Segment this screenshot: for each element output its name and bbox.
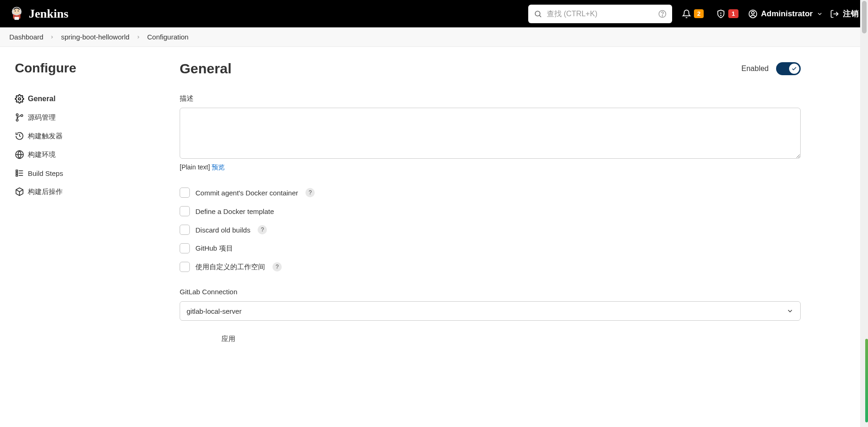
sidebar-item-environment[interactable]: 构建环境 xyxy=(15,145,180,164)
globe-icon xyxy=(15,150,24,159)
checkbox-label: 使用自定义的工作空间 xyxy=(195,263,265,272)
svg-point-12 xyxy=(751,11,754,14)
scrollbar-accent xyxy=(865,339,868,357)
preview-link[interactable]: 预览 xyxy=(212,163,225,171)
breadcrumb: Dashboard spring-boot-helloworld Configu… xyxy=(0,27,868,47)
svg-point-3 xyxy=(18,10,19,11)
clock-icon xyxy=(15,131,24,141)
user-icon xyxy=(748,9,758,19)
cube-icon xyxy=(15,187,24,196)
search-icon xyxy=(534,10,542,18)
checkbox-label: Define a Docker template xyxy=(195,207,274,215)
chevron-down-icon xyxy=(816,11,823,17)
bell-icon xyxy=(682,9,691,19)
gear-icon xyxy=(15,94,24,104)
svg-rect-20 xyxy=(16,170,18,171)
jenkins-logo-icon xyxy=(9,6,24,22)
shield-icon xyxy=(716,9,725,19)
gitlab-connection-select[interactable]: gitlab-local-server xyxy=(180,301,801,321)
top-header: Jenkins 2 1 Administrator 注销 xyxy=(0,0,868,27)
checkbox-custom-workspace[interactable] xyxy=(180,262,190,272)
help-icon[interactable] xyxy=(658,10,667,18)
svg-point-15 xyxy=(16,114,18,116)
search-box[interactable] xyxy=(528,5,672,23)
sidebar-item-general[interactable]: General xyxy=(15,90,180,108)
checkbox-define-docker[interactable] xyxy=(180,206,190,216)
username-text: Administrator xyxy=(761,9,813,19)
sidebar-item-label: 构建环境 xyxy=(28,150,56,159)
sidebar-item-build-steps[interactable]: Build Steps xyxy=(15,164,180,182)
sidebar-item-label: 构建后操作 xyxy=(28,188,63,196)
logout-icon xyxy=(830,9,839,19)
select-value: gitlab-local-server xyxy=(187,307,241,315)
checkbox-label: Discard old builds xyxy=(195,226,250,234)
enabled-toggle[interactable] xyxy=(776,62,801,75)
check-icon xyxy=(791,66,797,71)
breadcrumb-dashboard[interactable]: Dashboard xyxy=(9,33,43,41)
vertical-scrollbar[interactable] xyxy=(860,0,868,357)
description-label: 描述 xyxy=(180,94,801,103)
sidebar-item-scm[interactable]: 源码管理 xyxy=(15,108,180,127)
svg-rect-4 xyxy=(14,17,19,19)
svg-point-5 xyxy=(535,11,540,16)
sidebar-item-label: General xyxy=(28,95,56,103)
scrollbar-thumb[interactable] xyxy=(862,1,867,33)
breadcrumb-configuration[interactable]: Configuration xyxy=(147,33,188,41)
svg-rect-22 xyxy=(16,175,18,176)
logout-button[interactable]: 注销 xyxy=(830,8,859,19)
steps-icon xyxy=(15,168,24,178)
chevron-down-icon xyxy=(786,307,794,315)
apply-button[interactable]: 应用 xyxy=(180,330,277,348)
checkbox-row-define-docker: Define a Docker template xyxy=(180,206,801,216)
svg-point-16 xyxy=(16,119,18,121)
notifications-button[interactable]: 2 xyxy=(679,6,706,21)
description-textarea[interactable] xyxy=(180,108,801,159)
page-title: General xyxy=(180,61,232,77)
logout-label: 注销 xyxy=(843,8,859,19)
user-menu[interactable]: Administrator xyxy=(748,9,823,19)
checkbox-row-discard-builds: Discard old builds ? xyxy=(180,225,801,235)
jenkins-logo-link[interactable]: Jenkins xyxy=(9,6,68,22)
enabled-label: Enabled xyxy=(741,65,769,73)
chevron-right-icon xyxy=(136,35,141,39)
gitlab-connection-label: GitLab Connection xyxy=(180,288,801,296)
checkbox-github-project[interactable] xyxy=(180,243,190,253)
svg-point-8 xyxy=(662,15,662,16)
search-input[interactable] xyxy=(547,10,654,18)
svg-point-10 xyxy=(721,15,721,15)
toggle-knob xyxy=(789,64,799,74)
sidebar-item-label: 构建触发器 xyxy=(28,132,63,141)
sidebar-item-label: 源码管理 xyxy=(28,113,56,122)
sidebar-item-triggers[interactable]: 构建触发器 xyxy=(15,127,180,145)
branch-icon xyxy=(15,113,24,122)
alert-badge: 1 xyxy=(728,9,738,18)
svg-point-14 xyxy=(19,98,21,100)
checkbox-row-commit-docker: Commit agent's Docker container ? xyxy=(180,188,801,198)
brand-text: Jenkins xyxy=(29,7,68,21)
help-icon[interactable]: ? xyxy=(272,262,282,272)
checkbox-row-github-project: GitHub 项目 xyxy=(180,243,801,253)
checkbox-discard-builds[interactable] xyxy=(180,225,190,235)
format-indicator: [Plain text] xyxy=(180,163,210,171)
sidebar-title: Configure xyxy=(15,61,180,76)
checkbox-commit-docker[interactable] xyxy=(180,188,190,198)
notification-badge: 2 xyxy=(694,9,704,18)
breadcrumb-project[interactable]: spring-boot-helloworld xyxy=(61,33,130,41)
chevron-right-icon xyxy=(50,35,54,39)
sidebar-item-label: Build Steps xyxy=(28,169,63,177)
config-sidebar: Configure General 源码管理 构建触发器 构建环境 Build … xyxy=(15,61,180,357)
svg-point-2 xyxy=(15,10,16,11)
main-content: General Enabled 描述 [Plain text] 预览 Commi… xyxy=(180,61,868,357)
checkbox-label: Commit agent's Docker container xyxy=(195,189,298,197)
alerts-button[interactable]: 1 xyxy=(713,6,741,21)
checkbox-label: GitHub 项目 xyxy=(195,244,233,253)
svg-line-6 xyxy=(539,15,541,17)
help-icon[interactable]: ? xyxy=(305,188,315,197)
sidebar-item-post-build[interactable]: 构建后操作 xyxy=(15,182,180,201)
svg-point-17 xyxy=(21,115,23,116)
svg-rect-21 xyxy=(16,172,18,174)
help-icon[interactable]: ? xyxy=(258,225,267,234)
checkbox-row-custom-workspace: 使用自定义的工作空间 ? xyxy=(180,262,801,272)
